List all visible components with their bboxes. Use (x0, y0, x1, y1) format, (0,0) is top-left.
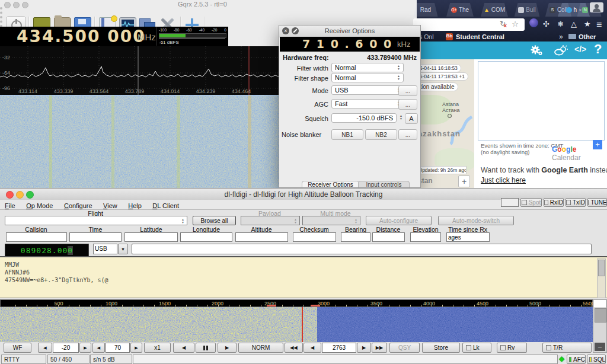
gqrx-frequency-display[interactable]: 434.500 000 MHz -100-80-60-40-200 -61 dB… (0, 27, 228, 46)
wf-range-value[interactable] (106, 343, 130, 353)
just-click-here-link[interactable]: Just click here (481, 176, 526, 184)
filter-shape-select[interactable]: Normal▲▼ (331, 73, 404, 82)
mode-select[interactable]: USB▲▼ (331, 85, 404, 95)
nb2-button[interactable]: NB2 (365, 129, 397, 140)
filter-width-select[interactable]: Normal▲▼ (331, 63, 404, 72)
wf-shift-left-button[interactable]: ◀ (173, 343, 194, 353)
browser-menu-icon[interactable]: ≡ (596, 20, 602, 30)
reverse-button[interactable]: Rv (497, 343, 527, 353)
status-shift[interactable]: 50 / 450 (47, 355, 90, 364)
settings-gears-icon[interactable] (529, 44, 544, 56)
wf-speed-button[interactable]: NORM (238, 343, 283, 353)
rx-scrollbar[interactable] (597, 258, 606, 298)
multi-mode-select[interactable]: ▲▼ (302, 216, 360, 225)
extension-pinwheel-icon[interactable]: ✣ (543, 20, 550, 28)
auto-mode-switch-button[interactable]: Auto-mode-switch (438, 216, 514, 225)
tracker-map[interactable]: 16-04-11 16:18:53 16-04-11 17:18:53 +1 s… (417, 59, 474, 189)
carrier-rewind-button[interactable]: ◀◀ (285, 343, 303, 353)
payload-select[interactable]: ▲▼ (241, 216, 300, 225)
address-bar[interactable]: ↻ × ☆ (413, 18, 525, 31)
calendar-add-button[interactable]: + (593, 140, 602, 149)
rig-mode-select[interactable]: USB (93, 244, 117, 254)
txid-button[interactable]: TxID (566, 198, 586, 207)
flight-select[interactable]: ▲▼ (5, 216, 187, 225)
afc-button[interactable]: AFC (567, 355, 586, 364)
field-time-since-rx[interactable] (446, 232, 490, 242)
carrier-down-button[interactable]: ◀ (304, 343, 321, 353)
map-zoom-in-button[interactable]: + (458, 175, 470, 187)
fldigi-frequency-display[interactable]: 089028.000 (5, 244, 89, 257)
wf-low-down-button[interactable]: ◀ (38, 343, 52, 353)
field-elevation[interactable] (410, 232, 441, 242)
fldigi-waterfall[interactable] (0, 307, 593, 342)
dialog-tab-receiver-options[interactable]: Receiver Options (302, 181, 359, 188)
gqrx-waterfall[interactable] (0, 95, 285, 189)
wf-shift-right-button[interactable]: ▶ (218, 343, 237, 353)
menu-help[interactable]: Help (128, 202, 142, 209)
tx-rx-button[interactable]: T/R (542, 343, 592, 353)
agc-options-button[interactable]: ... (398, 99, 417, 110)
wf-zoom-button[interactable]: x1 (144, 343, 171, 353)
qsy-button[interactable]: QSY (389, 343, 420, 353)
field-distance[interactable] (372, 232, 405, 242)
mode-options-button[interactable]: ... (398, 85, 417, 96)
bookmark-student-central[interactable]: Student Central (456, 33, 504, 40)
tab-close-icon[interactable]: × (579, 7, 582, 13)
bookmark-partial[interactable]: s Onl (419, 33, 434, 40)
dialog-tab-input-controls[interactable]: Input controls (358, 181, 410, 188)
status-mode[interactable]: RTTY (1, 355, 46, 364)
carrier-forward-button[interactable]: ▶▶ (372, 343, 387, 353)
waterfall-scrollbar-thumb[interactable] (595, 308, 606, 323)
weather-icon[interactable] (553, 44, 568, 56)
squelch-field[interactable]: -150.0 dBFS (331, 113, 397, 123)
extension-pin-icon[interactable]: ★ (584, 20, 591, 28)
tune-button[interactable]: TUNE (587, 198, 607, 207)
bookmarks-overflow-chevron[interactable]: » (559, 33, 563, 41)
field-longitude[interactable] (180, 232, 232, 242)
field-latitude[interactable] (124, 232, 178, 242)
rx-text-area[interactable]: MMJW AFNNJ#6 47549NW=~e8+.-3"DgTtknYb, s… (0, 256, 607, 298)
extension-sphere-icon[interactable] (529, 18, 538, 27)
spot-button[interactable]: Spot (520, 198, 542, 207)
lock-button[interactable]: Lk (462, 343, 491, 353)
squelch-auto-button[interactable]: A (405, 113, 418, 124)
browse-all-button[interactable]: Browse all (193, 216, 236, 225)
auto-configure-button[interactable]: Auto-configure (366, 216, 432, 225)
rig-mode-dropdown-button[interactable]: ▼ (118, 244, 128, 254)
menu-op-mode[interactable]: Op Mode (26, 202, 53, 209)
menu-view[interactable]: View (103, 202, 117, 209)
field-time[interactable] (69, 232, 122, 242)
profile-button[interactable] (590, 2, 603, 12)
payload-string-field[interactable] (132, 244, 592, 254)
field-bearing[interactable] (341, 232, 370, 242)
bookmark-star-icon[interactable]: ☆ (512, 20, 519, 28)
store-button[interactable]: Store (422, 343, 460, 353)
gqrx-frequency-value[interactable]: 434.500 000 (17, 27, 146, 46)
extension-drive-icon[interactable]: △ (571, 20, 577, 28)
help-icon[interactable]: ? (594, 41, 602, 57)
agc-select[interactable]: Fast▲▼ (331, 99, 404, 108)
wf-range-up-button[interactable]: ▶ (130, 343, 142, 353)
nb1-button[interactable]: NB1 (331, 129, 363, 140)
sql-button[interactable]: SQL (587, 355, 606, 364)
dialog-frequency-display[interactable]: 7 1 0 . 6 0 0 kHz (280, 37, 420, 52)
rxid-button[interactable]: RxID (544, 198, 564, 207)
wf-mode-button[interactable]: WF (4, 343, 31, 353)
squelch-stepper[interactable]: ▲▼ (398, 114, 404, 121)
field-callsign[interactable] (6, 232, 67, 242)
waterfall-scrollbar[interactable]: – (593, 299, 607, 353)
spectrum-plot[interactable]: -32 -64 -96 433.114 433.339 433.564 433.… (0, 46, 285, 95)
nb-options-button[interactable]: ... (398, 129, 417, 140)
menu-dl-client[interactable]: DL Client (152, 202, 179, 209)
extension-snowflake-icon[interactable]: ❄ (557, 20, 564, 28)
menu-file[interactable]: File (5, 202, 15, 209)
code-view-icon[interactable]: </> (574, 44, 586, 54)
field-altitude[interactable] (235, 232, 288, 242)
wf-range-down-button[interactable]: ◀ (92, 343, 105, 353)
wf-low-value[interactable] (53, 343, 79, 353)
menu-configure[interactable]: Configure (64, 202, 92, 209)
rx-scrollbar-thumb[interactable] (598, 260, 605, 276)
carrier-frequency-value[interactable] (322, 343, 356, 353)
waterfall-zoom-out-button[interactable]: – (595, 343, 605, 351)
wf-low-up-button[interactable]: ▶ (79, 343, 91, 353)
